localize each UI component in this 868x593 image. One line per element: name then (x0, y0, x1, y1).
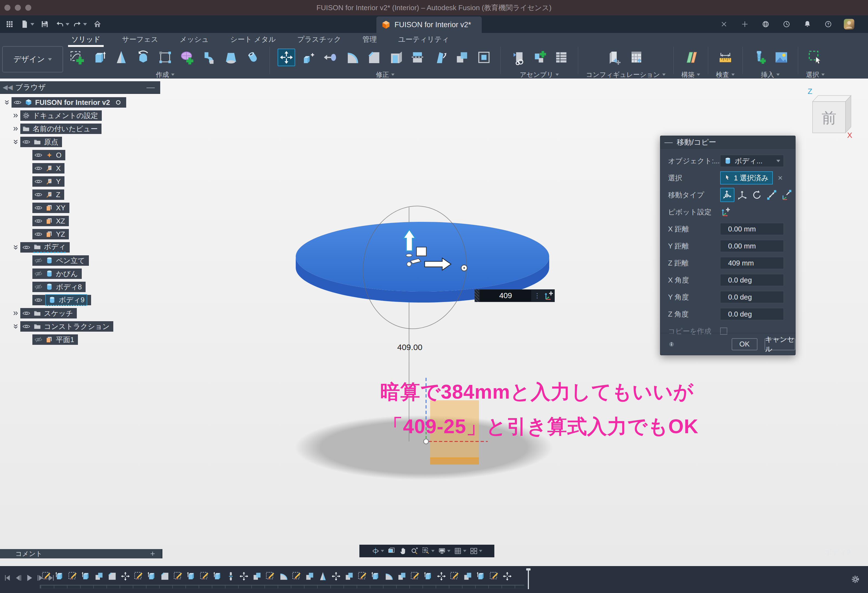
browser-item[interactable]: スケッチ (20, 308, 77, 318)
ribbon-tab[interactable]: シート メタル (228, 34, 278, 45)
fillet-tool[interactable] (344, 49, 361, 66)
browser-item[interactable]: ボディ (20, 242, 70, 253)
drag-handle[interactable] (475, 289, 479, 302)
timeline-extrude-feature[interactable] (186, 571, 196, 581)
activate-component-radio[interactable] (114, 98, 123, 106)
skip-start-button[interactable] (3, 574, 12, 582)
insert-canvas-tool[interactable] (772, 49, 790, 66)
x-distance-input[interactable]: 0.00 mm (720, 223, 784, 235)
timeline-position-marker[interactable] (528, 568, 529, 589)
timeline-sketch-feature[interactable] (449, 571, 460, 581)
sweep-tool[interactable] (200, 49, 218, 66)
distance-input[interactable]: 409 (480, 290, 531, 301)
browser-item[interactable]: X (32, 163, 65, 173)
browser-item[interactable]: ボディ9 (32, 295, 91, 305)
expand-chevron-icon[interactable] (11, 111, 20, 120)
avatar-button[interactable] (841, 16, 856, 32)
collapse-chevron-icon[interactable] (11, 243, 20, 251)
collapse-dialog-icon[interactable]: — (660, 138, 677, 147)
grid-settings-button[interactable] (454, 547, 466, 555)
create-form-tool[interactable] (178, 49, 196, 66)
ok-button[interactable]: OK (732, 338, 758, 350)
ribbon-group-label[interactable]: 修正 (376, 70, 394, 79)
ribbon-tab[interactable]: メッシュ (177, 34, 211, 45)
play-button[interactable] (25, 574, 34, 582)
visibility-toggle-icon[interactable] (34, 269, 43, 278)
y-angle-input[interactable]: 0.0 deg (720, 291, 784, 303)
select-marquee-tool[interactable] (806, 49, 824, 66)
timeline-combine-feature[interactable] (344, 571, 354, 581)
help-button[interactable]: ? (821, 16, 836, 32)
visibility-toggle-icon[interactable] (22, 243, 31, 251)
browser-item[interactable]: 平面1 (32, 334, 78, 345)
timeline-combine-feature[interactable] (304, 571, 315, 581)
measure-tool[interactable] (717, 49, 734, 66)
selection-button[interactable]: 1 選択済み (720, 171, 773, 185)
timeline-settings-gear-icon[interactable] (850, 574, 860, 584)
visibility-toggle-icon[interactable] (22, 138, 31, 146)
ribbon-tab[interactable]: ユーティリティ (396, 34, 451, 45)
clock-button[interactable] (779, 16, 794, 32)
new-component-tool[interactable] (531, 49, 548, 66)
rails-tool[interactable] (156, 49, 174, 66)
timeline-sketch-feature[interactable] (357, 571, 368, 581)
split-body-tool[interactable] (409, 49, 427, 66)
browser-item[interactable]: Y (32, 176, 65, 187)
ribbon-group-label[interactable]: コンフィギュレーション (586, 70, 666, 79)
browser-item[interactable]: XZ (32, 216, 69, 226)
minimize-panel-icon[interactable]: — (146, 83, 155, 92)
x-angle-input[interactable]: 0.0 deg (720, 274, 784, 286)
timeline-sketch-feature[interactable] (410, 571, 420, 581)
ribbon-group-label[interactable]: アセンブリ (520, 70, 559, 79)
pivot-set-button[interactable] (720, 207, 731, 217)
timeline-sketch-feature[interactable] (68, 571, 78, 581)
timeline-fillet-feature[interactable] (278, 571, 289, 581)
press-pull-tool[interactable] (300, 49, 317, 66)
add-comment-icon[interactable]: + (150, 549, 155, 558)
display-settings-button[interactable] (438, 547, 450, 555)
mt-rotate-button[interactable] (750, 188, 764, 202)
browser-item[interactable]: ペン立て (32, 255, 89, 266)
visibility-toggle-icon[interactable] (34, 164, 43, 172)
ribbon-group-label[interactable]: 構築 (682, 70, 700, 79)
revolve-tool[interactable] (134, 49, 152, 66)
timeline-move-feature[interactable] (239, 571, 249, 581)
dialog-header[interactable]: — 移動/コピー (660, 136, 795, 148)
timeline-combine-feature[interactable] (397, 571, 407, 581)
mt-free-button[interactable] (720, 188, 734, 202)
globe-button[interactable] (758, 16, 773, 32)
visibility-toggle-icon[interactable] (22, 322, 31, 331)
browser-item[interactable]: コンストラクション (20, 321, 113, 332)
browser-item[interactable]: O (32, 150, 65, 160)
workspace-selector[interactable]: デザイン (2, 46, 63, 72)
combine-tool[interactable] (453, 49, 471, 66)
ribbon-group-label[interactable]: 挿入 (761, 70, 779, 79)
comment-bar[interactable]: コメント + (0, 549, 162, 558)
timeline-combine-feature[interactable] (252, 571, 262, 581)
browser-item[interactable]: ボディ8 (32, 282, 86, 292)
timeline-extrude-feature[interactable] (476, 571, 486, 581)
viewcube[interactable]: 前 Z X (807, 87, 852, 139)
config-table-tool[interactable] (628, 49, 645, 66)
step-back-button[interactable] (14, 574, 22, 582)
visibility-toggle-icon[interactable] (34, 217, 43, 225)
browser-item[interactable]: FUISON for Interior v2 (12, 97, 126, 108)
visibility-toggle-icon[interactable] (22, 309, 31, 317)
offset-face-tool[interactable] (475, 49, 493, 66)
timeline-sketch-feature[interactable] (291, 571, 302, 581)
timeline-extrude-feature[interactable] (371, 571, 381, 581)
draft-tool[interactable] (431, 49, 449, 66)
mt-p2p-button[interactable] (765, 188, 779, 202)
collapse-panel-icon[interactable]: ◀◀ (0, 83, 15, 91)
browser-item[interactable]: 原点 (20, 137, 62, 147)
y-distance-input[interactable]: 0.00 mm (720, 240, 784, 252)
bell-button[interactable] (800, 16, 815, 32)
close-button[interactable] (717, 16, 731, 32)
mt-p2pos-button[interactable] (779, 188, 794, 202)
pan-button[interactable] (399, 547, 407, 555)
pivot-icon[interactable] (543, 290, 554, 301)
viewports-button[interactable] (469, 547, 482, 555)
file-button[interactable] (20, 16, 35, 32)
timeline-sketch-feature[interactable] (133, 571, 144, 581)
visibility-toggle-icon[interactable] (13, 98, 22, 106)
